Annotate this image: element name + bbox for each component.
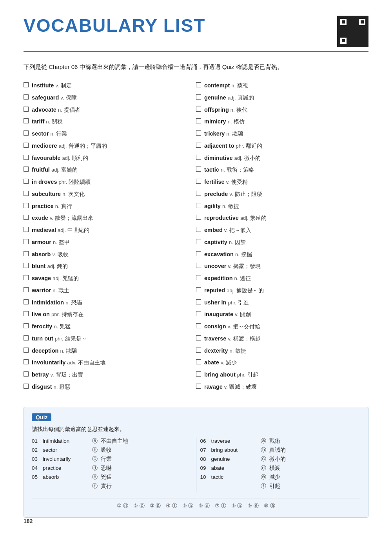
- intro-text: 下列是從 Chapter 06 中篩選出來的詞彙，請一邊聆聽音檔一邊背誦，再透過…: [24, 62, 368, 72]
- svg-rect-44: [339, 31, 340, 33]
- vocab-word: contempt n. 藐視: [204, 81, 248, 90]
- quiz-instruction: 請找出每個詞彙適當的意思並連起來。: [32, 426, 360, 433]
- vocab-checkbox: [24, 287, 29, 292]
- vocab-checkbox: [196, 263, 201, 268]
- vocab-checkbox: [24, 94, 29, 100]
- quiz-num: 05: [32, 474, 40, 480]
- vocab-word: trickery n. 欺騙: [204, 130, 243, 138]
- vocab-word: diminutive adj. 微小的: [204, 154, 261, 163]
- vocab-checkbox: [196, 287, 201, 292]
- vocab-word: tactic n. 戰術；策略: [204, 166, 254, 174]
- vocab-item: disgust n. 厭惡: [24, 383, 188, 391]
- vocab-word: ravage v. 毀滅；破壞: [204, 383, 257, 391]
- vocab-checkbox: [24, 155, 29, 160]
- svg-rect-25: [348, 30, 350, 31]
- vocab-item: live on phr. 持續存在: [24, 310, 188, 319]
- svg-rect-22: [361, 28, 362, 30]
- vocab-item: bring about phr. 引起: [196, 371, 361, 379]
- vocab-checkbox: [196, 348, 201, 353]
- quiz-row: ⓕ引起: [200, 483, 361, 490]
- vocab-item: armour n. 盔甲: [24, 238, 188, 247]
- vocab-word: preclude v. 防止；阻礙: [204, 190, 262, 199]
- vocab-item: intimidation n. 恐嚇: [24, 299, 188, 307]
- vocab-word: fertilise v. 使受精: [204, 178, 248, 187]
- vocab-word: captivity n. 囚禁: [204, 238, 246, 247]
- vocab-checkbox: [24, 130, 29, 136]
- svg-rect-16: [342, 28, 343, 30]
- vocab-item: safeguard v. 保障: [24, 94, 188, 102]
- quiz-num: 03: [32, 456, 40, 462]
- vocab-item: tariff n. 關稅: [24, 118, 188, 126]
- quiz-word: abate: [211, 465, 258, 471]
- svg-rect-31: [350, 36, 351, 38]
- quiz-word: practice: [43, 465, 90, 471]
- vocab-word: mimicry n. 模仿: [204, 118, 245, 126]
- vocab-word: betray v. 背叛；出賣: [32, 371, 83, 379]
- vocab-checkbox: [24, 275, 29, 280]
- vocab-word: warrior n. 戰士: [32, 286, 69, 295]
- svg-rect-21: [358, 27, 359, 28]
- quiz-choice: ⓕ: [92, 483, 98, 490]
- quiz-num: 09: [200, 465, 209, 471]
- vocab-word: offspring n. 後代: [204, 106, 247, 114]
- quiz-label: Quiz: [32, 413, 51, 421]
- quiz-meaning: 恐嚇: [101, 465, 112, 472]
- quiz-num: 06: [200, 438, 209, 444]
- vocab-checkbox: [24, 203, 29, 208]
- vocab-checkbox: [196, 155, 201, 160]
- quiz-row: 03involuntarilyⓒ行業: [32, 456, 192, 463]
- svg-rect-13: [351, 22, 353, 24]
- vocab-item: favourable adj. 順利的: [24, 154, 188, 163]
- vocab-checkbox: [24, 167, 29, 172]
- quiz-meaning: 兇猛: [101, 474, 112, 481]
- vocab-checkbox: [24, 323, 29, 328]
- vocab-right-column: contempt n. 藐視genuine adj. 真誠的offspring …: [196, 81, 368, 395]
- quiz-divider: [196, 438, 196, 492]
- svg-rect-41: [359, 44, 361, 45]
- vocab-word: absorb v. 吸收: [32, 250, 69, 259]
- vocab-item: blunt adj. 鈍的: [24, 262, 188, 271]
- vocab-item: sector n. 行業: [24, 130, 188, 138]
- vocab-word: savage adj. 兇猛的: [32, 274, 79, 283]
- quiz-choice: ⓔ: [92, 474, 98, 481]
- quiz-choice: ⓒ: [92, 456, 98, 463]
- quiz-choice: ⓐ: [92, 438, 98, 445]
- quiz-row: 09abateⓓ橫渡: [200, 465, 361, 472]
- quiz-row: 04practiceⓓ恐嚇: [32, 465, 192, 472]
- vocab-checkbox: [24, 263, 29, 268]
- quiz-choice: ⓓ: [92, 465, 98, 472]
- vocab-checkbox: [196, 191, 201, 196]
- quiz-section: Quiz 請找出每個詞彙適當的意思並連起來。 01intimidationⓐ不由…: [24, 407, 368, 518]
- page-number: 182: [24, 518, 33, 524]
- vocab-checkbox: [24, 384, 29, 389]
- quiz-meaning: 吸收: [101, 447, 112, 454]
- quiz-num: 07: [200, 447, 209, 453]
- vocab-item: reproductive adj. 繁殖的: [196, 214, 361, 223]
- vocab-item: subculture n. 次文化: [24, 190, 188, 199]
- svg-rect-37: [351, 39, 353, 41]
- quiz-row: 05absorbⓔ兇猛: [32, 474, 192, 481]
- quiz-meaning: 橫渡: [269, 465, 280, 472]
- vocab-word: consign v. 把～交付給: [204, 322, 260, 331]
- vocab-word: embed v. 把～嵌入: [204, 226, 251, 235]
- vocab-item: reputed adj. 據說是～的: [196, 286, 361, 295]
- quiz-meaning: 引起: [269, 483, 280, 490]
- svg-rect-45: [343, 33, 345, 34]
- vocab-word: deception n. 欺騙: [32, 347, 77, 355]
- vocab-word: reputed adj. 據說是～的: [204, 286, 264, 295]
- quiz-choice: ⓑ: [92, 447, 98, 454]
- vocab-checkbox: [196, 323, 201, 328]
- quiz-word: sector: [43, 447, 90, 453]
- vocab-item: fruitful adj. 富饒的: [24, 166, 188, 174]
- vocab-item: warrior n. 戰士: [24, 286, 188, 295]
- vocab-word: tariff n. 關稅: [32, 118, 63, 126]
- vocab-item: abate v. 減少: [196, 359, 361, 367]
- vocab-checkbox: [24, 311, 29, 316]
- vocab-item: practice n. 實行: [24, 202, 188, 211]
- vocab-checkbox: [196, 130, 201, 136]
- vocab-item: expedition n. 遠征: [196, 274, 361, 283]
- vocab-checkbox: [24, 335, 29, 340]
- vocab-word: uncover v. 揭露；發現: [204, 262, 261, 271]
- vocab-item: usher in phr. 引進: [196, 299, 361, 307]
- vocab-checkbox: [24, 107, 29, 112]
